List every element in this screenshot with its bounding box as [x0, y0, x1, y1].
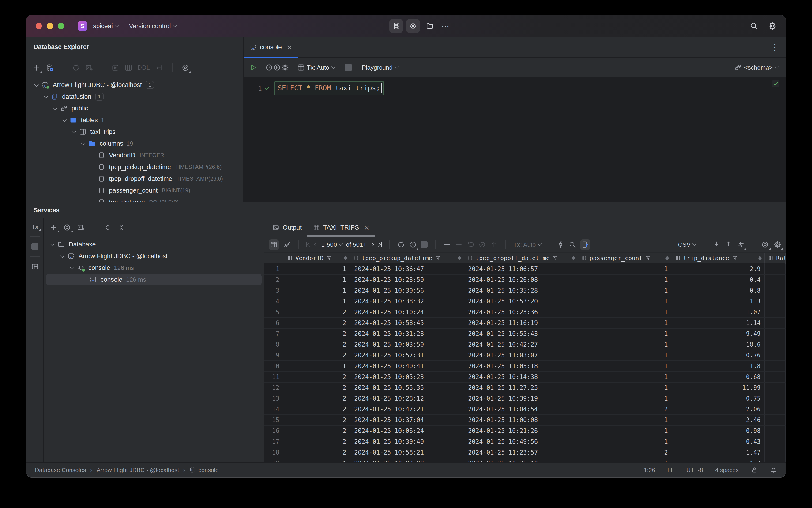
- cell[interactable]: 2024-01-25 10:25:10: [464, 458, 578, 463]
- row-number[interactable]: 16: [264, 426, 284, 436]
- cell[interactable]: 2.9: [672, 264, 765, 274]
- last-page-button[interactable]: [377, 242, 382, 247]
- sql-editor[interactable]: 1 SELECT * FROM taxi_trips;: [243, 78, 785, 202]
- row-number[interactable]: 6: [264, 318, 284, 329]
- cell[interactable]: 2: [284, 404, 351, 415]
- cell[interactable]: 1: [284, 286, 351, 296]
- cell[interactable]: 2024-01-25 10:38:32: [351, 296, 464, 307]
- expand-all-button[interactable]: [104, 223, 112, 231]
- breadcrumb-item[interactable]: Arrow Flight JDBC - @localhost: [97, 467, 179, 473]
- services-item-arrow-flight-jdbc-localhost[interactable]: Arrow Flight JDBC - @localhost: [44, 250, 264, 262]
- grid-view-options-button[interactable]: [761, 241, 769, 249]
- cell[interactable]: 2024-01-25 10:02:08: [351, 458, 464, 463]
- next-page-button[interactable]: [370, 243, 373, 246]
- auto-refresh-button[interactable]: [409, 241, 417, 249]
- first-page-button[interactable]: [306, 242, 311, 247]
- cell[interactable]: 2024-01-25 10:55:43: [464, 329, 578, 339]
- cell[interactable]: [765, 264, 785, 274]
- services-item-console[interactable]: console126 ms: [44, 262, 264, 274]
- cell[interactable]: 1.14: [672, 318, 765, 329]
- add-service-button[interactable]: [49, 223, 57, 231]
- cell[interactable]: 0.68: [672, 372, 765, 383]
- open-query-console-button[interactable]: [111, 64, 119, 72]
- cell[interactable]: 9.49: [672, 329, 765, 339]
- cell[interactable]: [765, 286, 785, 296]
- cell[interactable]: 2: [284, 436, 351, 447]
- breadcrumb-item[interactable]: console: [189, 467, 219, 473]
- cell[interactable]: 2024-01-25 10:26:08: [464, 274, 578, 286]
- cell[interactable]: 1: [578, 339, 672, 350]
- row-number[interactable]: 10: [264, 361, 284, 372]
- strip-stop-button[interactable]: [32, 243, 38, 250]
- add-datasource-button[interactable]: [33, 64, 41, 72]
- close-tab-icon[interactable]: ×: [286, 43, 292, 51]
- cell[interactable]: 1: [578, 458, 672, 463]
- cell[interactable]: 2024-01-25 10:58:21: [351, 447, 464, 458]
- cell[interactable]: 2024-01-25 11:16:19: [464, 318, 578, 329]
- cell[interactable]: 2024-01-25 11:23:57: [464, 447, 578, 458]
- dbtree-item-public[interactable]: public: [27, 102, 243, 114]
- notifications-bell-icon[interactable]: [770, 466, 777, 473]
- export-to-file-button[interactable]: [737, 241, 745, 249]
- results-tab-taxi_trips[interactable]: TAXI_TRIPS×: [307, 218, 375, 237]
- column-header-tpep_pickup_datetime[interactable]: tpep_pickup_datetime: [351, 253, 464, 264]
- cell[interactable]: 2024-01-25 11:06:57: [464, 264, 578, 274]
- cell[interactable]: 2024-01-25 10:40:41: [351, 361, 464, 372]
- console-settings-button[interactable]: [281, 64, 289, 72]
- cell[interactable]: 1: [578, 350, 672, 361]
- row-number[interactable]: 2: [264, 274, 284, 286]
- cell[interactable]: 0.8: [672, 286, 765, 296]
- cell[interactable]: 2: [578, 404, 672, 415]
- services-item-database[interactable]: Database: [44, 239, 264, 250]
- cell[interactable]: [765, 436, 785, 447]
- cell[interactable]: 1: [578, 264, 672, 274]
- dbtree-item-passenger-count[interactable]: passenger_countBIGINT(19): [27, 184, 243, 196]
- settings-button[interactable]: [768, 22, 777, 31]
- run-widget-button[interactable]: [406, 19, 420, 33]
- cell[interactable]: 2024-01-25 10:58:45: [351, 318, 464, 329]
- sql-statement[interactable]: SELECT * FROM taxi_trips;: [274, 81, 384, 95]
- cell[interactable]: 2: [284, 372, 351, 383]
- jump-to-editor-button[interactable]: [155, 64, 163, 72]
- chevron-expanded-icon[interactable]: [69, 264, 76, 271]
- cell[interactable]: 2024-01-25 10:10:24: [351, 307, 464, 318]
- layout-settings-button[interactable]: [31, 263, 39, 271]
- cell[interactable]: 1: [578, 286, 672, 296]
- cell[interactable]: 2: [284, 426, 351, 436]
- chevron-expanded-icon[interactable]: [59, 253, 66, 260]
- row-number[interactable]: 13: [264, 393, 284, 404]
- cell[interactable]: [765, 361, 785, 372]
- cell[interactable]: 2: [284, 339, 351, 350]
- cell[interactable]: [765, 274, 785, 286]
- more-toolbar-button[interactable]: ⋯: [441, 22, 450, 31]
- cell[interactable]: 2024-01-25 11:03:07: [464, 350, 578, 361]
- cell[interactable]: [765, 415, 785, 426]
- cell[interactable]: 2: [578, 447, 672, 458]
- cell[interactable]: [765, 318, 785, 329]
- cell[interactable]: 1: [284, 458, 351, 463]
- row-number[interactable]: 17: [264, 436, 284, 447]
- chevron-expanded-icon[interactable]: [61, 117, 68, 124]
- cell[interactable]: 2024-01-25 10:36:47: [351, 264, 464, 274]
- cell[interactable]: 2024-01-25 10:57:31: [351, 350, 464, 361]
- cell[interactable]: 2.46: [672, 415, 765, 426]
- cell[interactable]: [765, 350, 785, 361]
- row-number[interactable]: 5: [264, 307, 284, 318]
- cell[interactable]: [765, 426, 785, 436]
- cell[interactable]: 2024-01-25 10:53:20: [464, 296, 578, 307]
- indent-setting[interactable]: 4 spaces: [715, 467, 739, 473]
- find-in-grid-button[interactable]: [569, 241, 576, 249]
- version-control-menu[interactable]: Version control: [129, 23, 176, 30]
- cell[interactable]: 2024-01-25 11:00:08: [464, 415, 578, 426]
- results-tx-mode-dropdown[interactable]: Tx: Auto: [513, 241, 541, 248]
- open-data-button[interactable]: [125, 64, 132, 72]
- previous-page-button[interactable]: [315, 243, 318, 246]
- dbtree-item-tables[interactable]: tables1: [27, 114, 243, 126]
- cell[interactable]: 1: [284, 296, 351, 307]
- cell[interactable]: 1: [578, 436, 672, 447]
- query-history-button[interactable]: [265, 64, 273, 72]
- open-each-in-new-tab-button[interactable]: [77, 223, 85, 231]
- cell[interactable]: [765, 393, 785, 404]
- pin-tab-button[interactable]: [557, 241, 565, 249]
- cell[interactable]: 2024-01-25 10:21:26: [464, 426, 578, 436]
